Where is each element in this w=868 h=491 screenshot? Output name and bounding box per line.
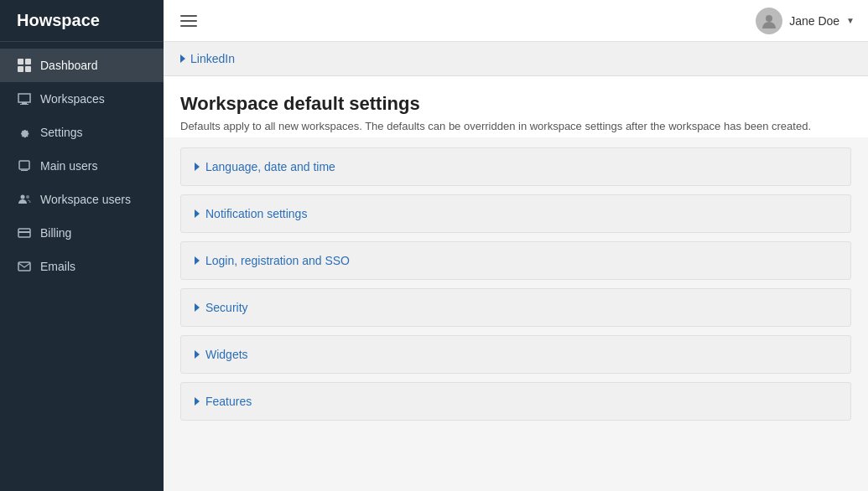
chevron-right-icon — [180, 54, 185, 63]
svg-rect-2 — [18, 66, 23, 72]
svg-rect-3 — [25, 66, 31, 72]
avatar — [756, 8, 782, 34]
sidebar-item-dashboard[interactable]: Dashboard — [0, 49, 164, 82]
section-header: Workspace default settings Defaults appl… — [164, 76, 868, 137]
topbar-right: Jane Doe ▼ — [756, 8, 855, 34]
sidebar-item-workspace-users[interactable]: Workspace users — [0, 183, 164, 216]
accordion-login[interactable]: Login, registration and SSO — [180, 241, 851, 280]
dashboard-icon — [17, 58, 32, 73]
accordion-language-label: Language, date and time — [205, 160, 335, 173]
accordion-features[interactable]: Features — [180, 382, 851, 421]
accordion-notification-label: Notification settings — [205, 207, 307, 220]
svg-rect-0 — [18, 59, 23, 65]
section-subtitle: Defaults apply to all new workspaces. Th… — [180, 120, 851, 132]
accordion-language-link[interactable]: Language, date and time — [195, 160, 335, 173]
sidebar-item-main-users[interactable]: Main users — [0, 149, 164, 183]
chevron-right-icon — [195, 209, 200, 218]
accordion-login-link[interactable]: Login, registration and SSO — [195, 254, 350, 267]
svg-point-13 — [766, 15, 772, 22]
settings-list: Language, date and time Notification set… — [164, 137, 868, 431]
svg-rect-7 — [21, 170, 28, 171]
svg-rect-12 — [18, 262, 30, 271]
accordion-notification-link[interactable]: Notification settings — [195, 207, 307, 220]
svg-point-9 — [26, 195, 29, 199]
topbar: Jane Doe ▼ — [164, 0, 868, 42]
sidebar-item-label: Workspace users — [40, 193, 131, 206]
accordion-features-label: Features — [205, 395, 252, 408]
linkedin-row: LinkedIn — [164, 42, 868, 76]
chevron-right-icon — [195, 350, 200, 359]
accordion-widgets[interactable]: Widgets — [180, 335, 851, 374]
workspaces-icon — [17, 91, 32, 106]
svg-rect-11 — [18, 231, 30, 233]
hamburger-line — [180, 15, 197, 17]
accordion-security-label: Security — [205, 301, 248, 314]
sidebar-item-emails[interactable]: Emails — [0, 250, 164, 283]
chevron-right-icon — [195, 303, 200, 312]
user-dropdown-arrow[interactable]: ▼ — [846, 16, 855, 25]
linkedin-link[interactable]: LinkedIn — [190, 52, 235, 65]
user-name-label: Jane Doe — [789, 14, 839, 28]
billing-icon — [17, 225, 32, 240]
hamburger-line — [180, 20, 197, 22]
sidebar-item-settings[interactable]: Settings — [0, 116, 164, 149]
chevron-right-icon — [195, 397, 200, 406]
workspace-users-icon — [17, 192, 32, 207]
accordion-security-link[interactable]: Security — [195, 301, 248, 314]
chevron-right-icon — [195, 256, 200, 265]
svg-point-8 — [21, 195, 25, 199]
sidebar-item-billing[interactable]: Billing — [0, 216, 164, 250]
sidebar: Howspace Dashboard — [0, 0, 164, 491]
sidebar-item-label: Workspaces — [40, 92, 105, 106]
accordion-security[interactable]: Security — [180, 288, 851, 327]
main-users-icon — [17, 158, 32, 173]
chevron-right-icon — [195, 163, 200, 171]
svg-rect-6 — [19, 161, 29, 169]
sidebar-item-label: Emails — [40, 260, 75, 273]
svg-rect-1 — [25, 59, 31, 65]
accordion-widgets-label: Widgets — [205, 348, 248, 361]
settings-icon — [17, 125, 32, 140]
content-area: LinkedIn Workspace default settings Defa… — [164, 42, 868, 491]
emails-icon — [17, 259, 32, 274]
app-logo: Howspace — [0, 0, 164, 42]
topbar-left — [177, 12, 200, 30]
accordion-widgets-link[interactable]: Widgets — [195, 348, 248, 361]
sidebar-item-label: Dashboard — [40, 59, 98, 72]
accordion-features-link[interactable]: Features — [195, 395, 252, 408]
hamburger-line — [180, 25, 197, 27]
sidebar-item-label: Main users — [40, 159, 97, 173]
sidebar-nav: Dashboard Workspaces Settings — [0, 42, 164, 283]
svg-rect-4 — [22, 102, 27, 104]
sidebar-item-workspaces[interactable]: Workspaces — [0, 82, 164, 116]
sidebar-item-label: Billing — [40, 226, 71, 240]
main-area: Jane Doe ▼ LinkedIn Workspace default se… — [164, 0, 868, 491]
section-title: Workspace default settings — [180, 93, 851, 115]
svg-rect-5 — [20, 104, 29, 105]
accordion-notification[interactable]: Notification settings — [180, 194, 851, 233]
accordion-login-label: Login, registration and SSO — [205, 254, 350, 267]
sidebar-item-label: Settings — [40, 126, 83, 139]
hamburger-button[interactable] — [177, 12, 200, 30]
accordion-language[interactable]: Language, date and time — [180, 147, 851, 186]
